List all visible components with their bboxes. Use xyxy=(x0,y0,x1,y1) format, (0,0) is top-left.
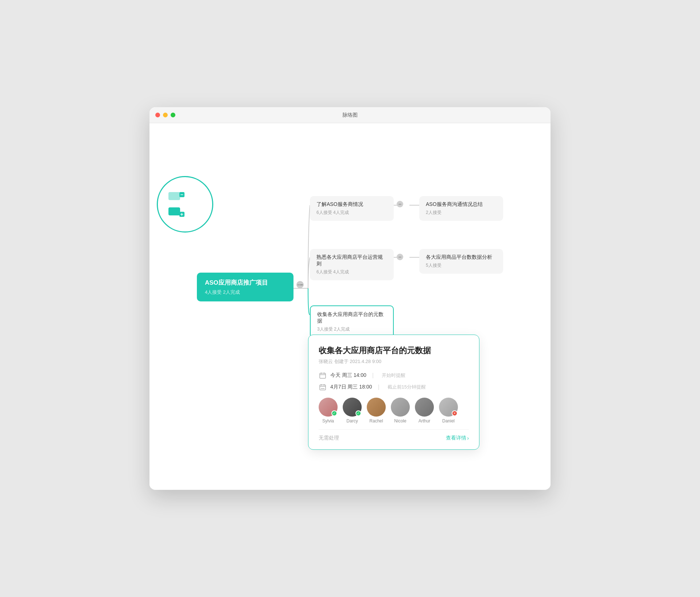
close-button[interactable] xyxy=(155,113,160,117)
calendar-end-icon xyxy=(319,383,327,391)
sub-node-2[interactable]: ASO服务商沟通情况总结 2人接受 xyxy=(419,196,503,221)
badge-x-daniel: ✕ xyxy=(452,410,458,416)
detail-card-title: 收集各大应用商店平台的元数据 xyxy=(319,345,469,356)
badge-check-darcy: ✓ xyxy=(355,410,361,416)
sub-node-5-selected[interactable]: 收集各大应用商店平台的元数据 3人接受 2人完成 xyxy=(310,305,394,338)
badge-check-sylvia: ✓ xyxy=(331,410,337,416)
main-connector-dot xyxy=(296,281,304,288)
avatar-nicole: Nicole xyxy=(391,398,410,424)
end-time-row: 4月7日 周三 18:00 | 截止前15分钟提醒 xyxy=(319,383,469,391)
app-window: 脉络图 − xyxy=(149,107,551,490)
detail-card-creator: 张晓云 创建于 2021.4.28 9:00 xyxy=(319,358,469,365)
traffic-lights xyxy=(155,113,175,117)
avatar-darcy: ✓ Darcy xyxy=(343,398,362,424)
sub-node-1-title: 了解ASO服务商情况 xyxy=(316,201,387,208)
sub-node-2-stats: 2人接受 xyxy=(426,210,497,216)
sub-node-4[interactable]: 各大应用商品平台数数据分析 5人接受 xyxy=(419,249,503,274)
start-time-row: 今天 周三 14:00 | 开始时提醒 xyxy=(319,371,469,379)
end-time-text: 4月7日 周三 18:00 xyxy=(330,384,372,390)
app-icon-grid: − + xyxy=(168,192,202,217)
sub-node-5-title: 收集各大应用商店平台的元数据 xyxy=(317,311,386,324)
start-time-text: 今天 周三 14:00 xyxy=(330,372,366,379)
maximize-button[interactable] xyxy=(171,113,175,117)
end-reminder-text: 截止前15分钟提醒 xyxy=(388,384,426,390)
avatar-name-darcy: Darcy xyxy=(346,418,358,424)
svg-rect-0 xyxy=(320,373,326,378)
avatar-name-nicole: Nicole xyxy=(394,418,406,424)
titlebar: 脉络图 xyxy=(149,107,551,123)
avatar-name-arthur: Arthur xyxy=(419,418,431,424)
sub-node-5-stats: 3人接受 2人完成 xyxy=(317,326,386,332)
separator-2: | xyxy=(378,384,379,390)
avatar-rachel: Rachel xyxy=(367,398,386,424)
avatar-sylvia: ✓ Sylvia xyxy=(319,398,338,424)
sub-node-3-stats: 6人接受 4人完成 xyxy=(316,269,387,275)
sub-node-3[interactable]: 熟悉各大应用商店平台运营规则 6人接受 4人完成 xyxy=(310,249,394,280)
minimize-button[interactable] xyxy=(163,113,168,117)
main-project-node[interactable]: ASO应用商店推广项目 4人接受 2人完成 xyxy=(197,273,293,301)
sub-node-2-title: ASO服务商沟通情况总结 xyxy=(426,201,497,208)
sub-node-4-title: 各大应用商品平台数数据分析 xyxy=(426,254,497,261)
card-divider xyxy=(319,429,469,430)
avatar-image-arthur xyxy=(415,398,434,417)
sub-node-3-title: 熟悉各大应用商店平台运营规则 xyxy=(316,254,387,267)
avatar-arthur: Arthur xyxy=(415,398,434,424)
avatar-name-rachel: Rachel xyxy=(369,418,383,424)
sub-node-1-stats: 6人接受 4人完成 xyxy=(316,210,387,216)
detail-card-footer: 无需处理 查看详情 › xyxy=(319,435,469,441)
avatars-row: ✓ Sylvia ✓ Darcy Rachel xyxy=(319,398,469,424)
main-node-stats: 4人接受 2人完成 xyxy=(205,289,285,296)
sub-node-1[interactable]: 了解ASO服务商情况 6人接受 4人完成 xyxy=(310,196,394,221)
window-title: 脉络图 xyxy=(342,112,358,118)
connector-dot-2 xyxy=(397,254,403,260)
main-node-title: ASO应用商店推广项目 xyxy=(205,278,285,287)
chevron-right-icon: › xyxy=(467,435,469,441)
sub-node-4-stats: 5人接受 xyxy=(426,262,497,269)
no-action-label: 无需处理 xyxy=(319,435,339,441)
start-reminder-text: 开始时提醒 xyxy=(382,372,405,379)
mind-map-canvas: − + ASO应用商店推广项目 4人接受 2人完成 了解ASO服务商情况 6人接… xyxy=(149,123,551,488)
view-detail-button[interactable]: 查看详情 › xyxy=(446,435,469,441)
separator-1: | xyxy=(372,372,374,379)
calendar-start-icon xyxy=(319,371,327,379)
view-detail-text: 查看详情 xyxy=(446,435,466,441)
avatar-name-sylvia: Sylvia xyxy=(322,418,334,424)
avatar-name-daniel: Daniel xyxy=(442,418,455,424)
avatar-image-rachel xyxy=(367,398,386,417)
detail-card: 收集各大应用商店平台的元数据 张晓云 创建于 2021.4.28 9:00 今天… xyxy=(308,335,479,450)
app-icon-circle: − + xyxy=(157,176,213,233)
connector-dot-1 xyxy=(397,201,403,207)
avatar-image-nicole xyxy=(391,398,410,417)
avatar-daniel: ✕ Daniel xyxy=(439,398,458,424)
svg-rect-4 xyxy=(320,385,326,390)
